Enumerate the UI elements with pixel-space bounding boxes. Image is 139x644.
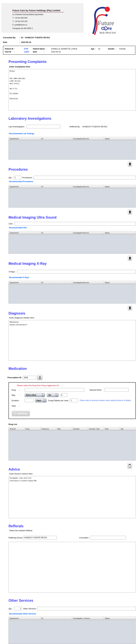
drug-list[interactable] [9,430,136,460]
other-services-qty-input[interactable] [14,607,22,610]
other-services-qty-label: Qty : [8,608,14,610]
referring-doctor-input[interactable] [23,536,57,540]
duration-unit-select[interactable]: Day/s ▼ [35,398,46,402]
age-value: 42 [98,48,108,50]
complaints-label: Enter Complaints Here [9,66,139,68]
xray-col-investigation: Investigation/Service [72,281,104,284]
proc-col-id: ID [40,185,72,188]
special-notes-input[interactable] [104,388,128,392]
other-services-table: Department ID Investigation / Service St… [8,617,136,644]
lab-col-status: Status [104,137,136,140]
referrals-list[interactable] [8,542,136,592]
lab-testings-table: Department ID Investigation/Service Stat… [8,137,136,160]
os-col-department: Department [9,617,40,620]
patient-id-label: Patient ID : [5,48,24,50]
lab-testings-list[interactable] [9,140,136,160]
uss-list[interactable] [9,234,136,254]
lab-investigation-input[interactable] [26,125,60,128]
consultation-date-line: Date : 2024-05-16 [3,41,139,43]
recommended-xrays-link[interactable]: Recommended X-Rays [9,276,139,278]
drug-col-id: Drug ID [9,427,24,430]
drug-col-qty: Qty [120,427,136,430]
recommended-uss-link[interactable]: Recommended USS [9,227,139,229]
lab-investigation-label: Lab Investingation : [8,126,26,128]
xray-col-status: Status [104,281,136,284]
consultant-input[interactable] [90,536,126,540]
proc-col-status: Status [104,185,136,188]
total-label: Total : [12,405,20,407]
diagnosis-label: Enter Diagnosis Details Here [9,316,139,319]
frequency-qty-input[interactable] [60,393,67,397]
referring-doctor-label: Reffering Doctor [8,536,23,539]
procedures-label: Procedures : [21,176,34,179]
per-meal-note: Please add as decimal numbers when addin… [80,400,132,402]
frequency-select[interactable]: OD ▼ [47,393,58,397]
delete-xray-button[interactable] [128,305,132,310]
uss-col-status: Status [104,231,136,234]
drug-list-table: Drug ID Drug Fequency Way Duration Durat… [8,427,136,460]
delete-advice-button[interactable] [127,463,132,468]
lab-col-id: ID [40,137,72,140]
advice-textarea[interactable]: Ferroglobin- 1 tab, od for 1/12 Come bac… [8,476,136,518]
section-heading-xray: Medical Imaging X-Ray [8,262,139,266]
xray-list[interactable] [9,284,136,303]
section-heading-advice: Advice [8,468,139,472]
uss-col-investigation: Investigation/Service [72,231,104,234]
chevron-down-icon: ▼ [42,393,45,397]
refresh-icon [38,376,42,379]
section-heading-procedures: Procedures [8,168,139,172]
os-col-id: ID [40,617,72,620]
logo-blue-dot-icon [105,14,108,16]
xray-col-id: ID [40,281,72,284]
chevron-down-icon: ▼ [56,393,58,397]
add-drug-button[interactable]: + Add Drug [12,411,30,416]
company-name: Future Care by Future Holdings (Pty) Lim… [12,9,64,12]
prescription-id-label: Prescription ID : [8,376,23,379]
duration-input[interactable] [25,399,34,402]
patient-name-label: Patient Name : [33,48,51,50]
date-value: : 2024-05-16 [20,41,31,43]
procedures-qty-label: Qty : [8,176,14,179]
complaints-textarea[interactable]: Review FBC- WBC-5450 (OK) LYMP- 48.0 (H)… [8,69,136,110]
gender-value: Female [119,48,126,50]
uss-col-department: Department [9,231,40,234]
trash-icon [129,306,131,310]
xray-input[interactable] [17,270,136,274]
consultation-page: Future Care by Future Holdings (Pty) Lim… [0,0,139,644]
uss-input[interactable] [15,222,136,226]
recommended-other-services-link[interactable]: Recommended Other Services [9,613,139,615]
lab-col-investigation: Investigation/Service [72,137,104,140]
advice-label: Enter Doctor's Advice Here [9,472,139,475]
drug-label: Drug : [12,389,25,391]
section-heading-other-services: Other Services [8,598,139,602]
proc-col-investigation: Investigation/Service [72,185,104,188]
procedures-input[interactable] [34,176,136,179]
duration-label: Duration : [12,400,25,402]
other-services-list[interactable] [9,620,136,644]
per-meal-input[interactable] [70,399,78,402]
svg-text:Future: Future [98,20,114,26]
drug-col-note: Note [104,427,120,430]
company-info-card: Future Care by Future Holdings (Pty) Lim… [2,3,84,32]
company-phone-2: T: +24 84 225 252 [12,20,83,23]
refresh-prescription-button[interactable] [37,375,42,380]
visit-date-label: Date : [33,51,51,53]
prescription-id-input[interactable] [23,376,36,380]
trash-icon [129,162,131,166]
trash-icon [129,210,131,214]
company-email: E: jude@future.sc [12,24,83,26]
other-services-input[interactable] [38,607,136,610]
delete-lab-test-button[interactable] [128,161,132,166]
section-heading-medication: Medication [8,367,139,371]
way-select[interactable]: Before Meal ▼ [25,393,45,397]
recommended-procedures-link[interactable]: Recommended Procedures [9,180,139,182]
drug-col-duration-type: Duration Type [88,427,104,430]
delete-procedure-button[interactable] [128,209,132,214]
delete-uss-button[interactable] [128,256,132,261]
drug-input[interactable] [25,388,84,392]
diagnosis-textarea[interactable]: Mild Anemia Impress viral infection?? [8,320,136,361]
consulted-by-line: Consulted By : Dr. HANECKY FUENTE REYES [3,36,139,39]
procedures-qty-input[interactable] [14,176,21,179]
procedures-list[interactable] [9,188,136,208]
recommended-lab-testings-link[interactable]: Recommended Lab Testings [9,132,139,135]
